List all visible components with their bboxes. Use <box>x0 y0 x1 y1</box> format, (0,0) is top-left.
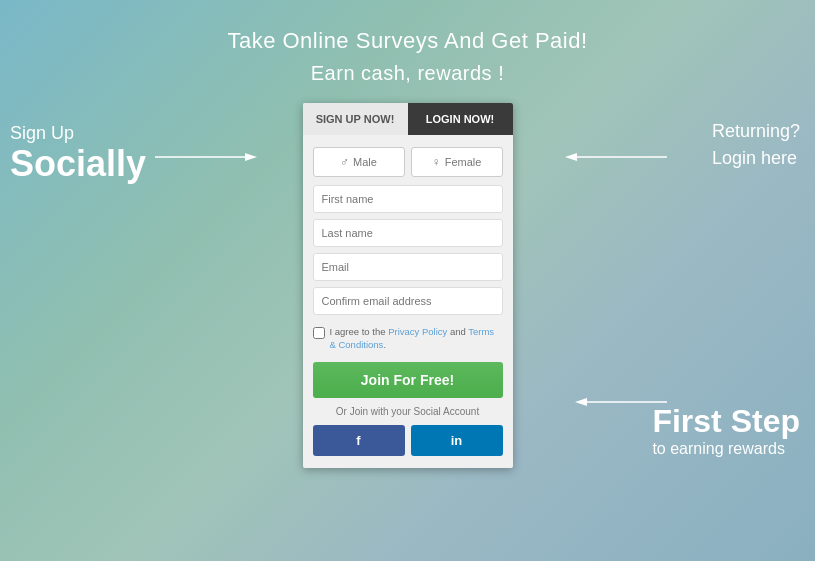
female-icon: ♀ <box>432 155 441 169</box>
first-step-label: First Step to earning rewards <box>652 403 800 458</box>
social-label: Or Join with your Social Account <box>313 406 503 417</box>
form-card: SIGN UP NOW! LOGIN NOW! ♂ Male ♀ Female <box>303 103 513 468</box>
signup-small-text: Sign Up <box>10 123 146 144</box>
right-top-arrow <box>562 151 667 163</box>
male-icon: ♂ <box>340 155 349 169</box>
last-name-input[interactable] <box>313 219 503 247</box>
signup-socially-label: Sign Up Socially <box>10 123 146 184</box>
facebook-button[interactable]: f <box>313 425 405 456</box>
male-button[interactable]: ♂ Male <box>313 147 405 177</box>
confirm-email-input[interactable] <box>313 287 503 315</box>
header-title: Take Online Surveys And Get Paid! <box>0 28 815 54</box>
page-wrapper: Take Online Surveys And Get Paid! Earn c… <box>0 0 815 468</box>
join-button[interactable]: Join For Free! <box>313 362 503 398</box>
male-label: Male <box>353 156 377 168</box>
main-area: Sign Up Socially Returning?Login here Fi… <box>0 103 815 468</box>
first-name-input[interactable] <box>313 185 503 213</box>
returning-text: Returning?Login here <box>712 121 800 168</box>
header-subtitle: Earn cash, rewards ! <box>0 62 815 85</box>
svg-marker-3 <box>565 153 577 161</box>
tab-login[interactable]: LOGIN NOW! <box>408 103 513 135</box>
returning-label: Returning?Login here <box>712 118 800 172</box>
header: Take Online Surveys And Get Paid! Earn c… <box>0 0 815 85</box>
left-arrow <box>155 151 260 163</box>
svg-marker-1 <box>245 153 257 161</box>
first-step-big: First Step <box>652 403 800 440</box>
agree-row: I agree to the Privacy Policy and Terms … <box>313 325 503 352</box>
email-input[interactable] <box>313 253 503 281</box>
female-label: Female <box>445 156 482 168</box>
tab-bar: SIGN UP NOW! LOGIN NOW! <box>303 103 513 135</box>
agree-text: I agree to the Privacy Policy and Terms … <box>330 325 503 352</box>
agree-checkbox[interactable] <box>313 327 325 339</box>
gender-row: ♂ Male ♀ Female <box>313 147 503 177</box>
svg-marker-5 <box>575 398 587 406</box>
privacy-policy-link[interactable]: Privacy Policy <box>388 326 447 337</box>
tab-signup[interactable]: SIGN UP NOW! <box>303 103 408 135</box>
form-body: ♂ Male ♀ Female <box>303 135 513 468</box>
linkedin-button[interactable]: in <box>411 425 503 456</box>
first-step-small: to earning rewards <box>652 440 800 458</box>
signup-large-text: Socially <box>10 144 146 184</box>
female-button[interactable]: ♀ Female <box>411 147 503 177</box>
social-row: f in <box>313 425 503 456</box>
